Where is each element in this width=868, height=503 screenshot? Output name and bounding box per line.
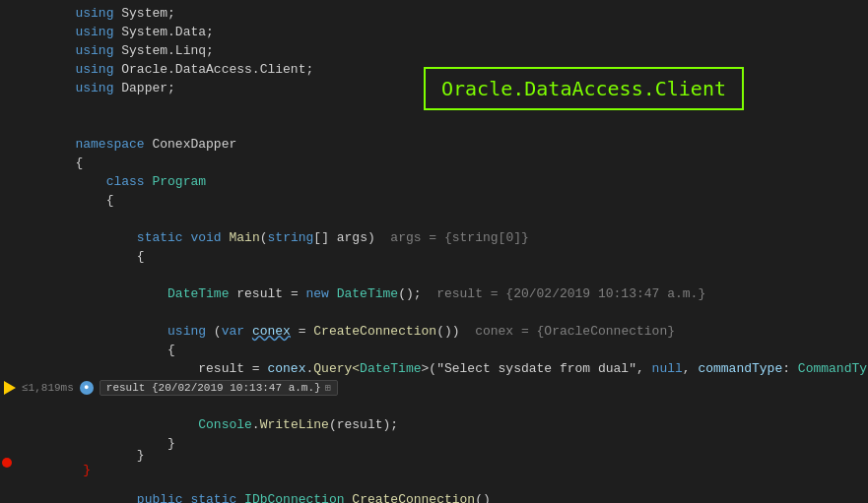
- code-editor: Oracle.DataAccess.Client using System; u…: [0, 0, 868, 503]
- line-8: namespace ConexDapper: [0, 135, 868, 154]
- line-21: ≤1,819ms ● result {20/02/2019 10:13:47 a…: [0, 378, 868, 397]
- debug-toolbar: ≤1,819ms ● result {20/02/2019 10:13:47 a…: [0, 380, 338, 396]
- debug-result-label: result {20/02/2019 10:13:47 a.m.}: [106, 382, 321, 394]
- line-25: } }: [0, 453, 868, 472]
- line-16: DateTime result = new DateTime(); result…: [0, 284, 868, 303]
- annotation-box: Oracle.DataAccess.Client: [424, 67, 744, 110]
- line-14: {: [0, 247, 868, 266]
- debug-expand-icon[interactable]: ⊞: [325, 382, 331, 394]
- line-11: {: [0, 191, 868, 210]
- debug-arrow-icon: [4, 381, 16, 395]
- debug-db-icon: ●: [80, 381, 94, 395]
- line-10: class Program: [0, 172, 868, 191]
- debug-timing: ≤1,819ms: [22, 382, 74, 394]
- line-20: result = conex.Query<DateTime>("Select s…: [0, 359, 868, 378]
- annotation-text: Oracle.DataAccess.Client: [441, 77, 726, 100]
- debug-result-chip[interactable]: result {20/02/2019 10:13:47 a.m.} ⊞: [100, 380, 338, 396]
